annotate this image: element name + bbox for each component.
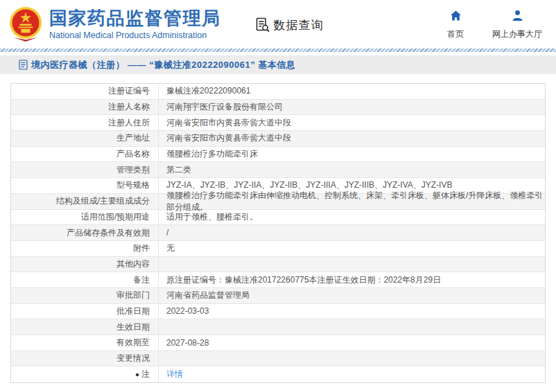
- table-row: 生产地址河南省安阳市内黄县帝喾大道中段: [11, 131, 545, 147]
- row-label: 变更情况: [11, 351, 159, 366]
- row-value: 第二类: [159, 162, 545, 177]
- row-label: ●注: [11, 366, 159, 382]
- header-nav: 首页 网上办事大厅: [440, 10, 542, 40]
- row-value: [159, 319, 545, 335]
- row-label: 其他内容: [11, 257, 159, 272]
- row-value: 原注册证编号：豫械注准20172260775本注册证生效日期：2022年8月29…: [159, 272, 545, 287]
- row-label: 产品储存条件及有效期: [11, 225, 159, 240]
- data-query-label: 数据查询: [274, 17, 324, 33]
- header-divider: [0, 48, 556, 52]
- row-label: 适用范围/预期用途: [11, 210, 159, 225]
- nav-label-online-hall: 网上办事大厅: [492, 28, 542, 40]
- row-label: 审批部门: [11, 288, 159, 303]
- table-row: 有效期至2027-08-28: [11, 335, 545, 351]
- nav-item-home[interactable]: 首页: [440, 10, 471, 40]
- national-emblem-icon: [8, 6, 43, 42]
- table-row: 适用范围/预期用途适用于颈椎、腰椎牵引。: [11, 210, 545, 226]
- org-names: 国家药品监督管理局 National Medical Products Admi…: [49, 8, 221, 40]
- row-value: 颈腰椎治疗多功能牵引床: [159, 147, 545, 162]
- table-row: 备注原注册证编号：豫械注准20172260775本注册证生效日期：2022年8月…: [11, 272, 545, 288]
- document-icon: [19, 60, 28, 70]
- row-value: 河南省药品监督管理局: [159, 288, 545, 303]
- table-row: 注册人名称河南翔宇医疗设备股份有限公司: [11, 100, 545, 116]
- row-value: 2027-08-28: [159, 335, 545, 350]
- table-row: 变更情况: [11, 351, 545, 367]
- row-value: 河南翔宇医疗设备股份有限公司: [159, 100, 545, 115]
- table-row: 管理类别第二类: [11, 162, 545, 178]
- row-label: 结构及组成/主要组成成分: [11, 194, 159, 209]
- row-value: [159, 257, 545, 272]
- nmpa-logo[interactable]: 国家药品监督管理局 National Medical Products Admi…: [8, 6, 221, 42]
- row-value: 河南省安阳市内黄县帝喾大道中段: [159, 115, 545, 130]
- note-icon: ●: [135, 371, 139, 378]
- table-row: 产品名称颈腰椎治疗多功能牵引床: [11, 147, 545, 163]
- nav-label-home: 首页: [447, 28, 464, 40]
- row-label: 生产地址: [11, 131, 159, 146]
- detail-link[interactable]: 详情: [166, 368, 183, 380]
- home-icon: [450, 10, 462, 24]
- table-row: 注册人住所河南省安阳市内黄县帝喾大道中段: [11, 115, 545, 131]
- row-label: 注册人住所: [11, 115, 159, 130]
- row-label: 产品名称: [11, 147, 159, 162]
- user-icon: [512, 10, 523, 24]
- page-header: 国家药品监督管理局 National Medical Products Admi…: [0, 0, 556, 48]
- table-row: 审批部门河南省药品监督管理局: [11, 288, 545, 304]
- row-value: /: [159, 225, 545, 240]
- table-row: 其他内容: [11, 257, 545, 273]
- row-label: 注册证编号: [11, 84, 159, 99]
- row-label: 型号规格: [11, 178, 159, 193]
- row-value: 颈腰椎治疗多功能牵引床由伸缩推动电机、控制系统、床架、牵引床板、躯体床板/升降床…: [159, 194, 545, 209]
- info-table: 注册证编号豫械注准20222090061注册人名称河南翔宇医疗设备股份有限公司注…: [10, 83, 546, 383]
- row-label: 批准日期: [11, 304, 159, 319]
- row-label: 管理类别: [11, 162, 159, 177]
- document-search-icon: [254, 17, 271, 33]
- row-label: 附件: [11, 241, 159, 256]
- title-bar: 境内医疗器械（注册） —— “豫械注准20222090061” 基本信息: [0, 55, 556, 74]
- table-row: 注册证编号豫械注准20222090061: [11, 84, 545, 100]
- org-name-en: National Medical Products Administration: [49, 30, 221, 40]
- nav-item-online-hall[interactable]: 网上办事大厅: [492, 10, 542, 40]
- page-title: 境内医疗器械（注册） —— “豫械注准20222090061” 基本信息: [31, 59, 295, 71]
- row-value: [159, 351, 545, 366]
- data-query-section[interactable]: 数据查询: [254, 17, 324, 33]
- row-value: 河南省安阳市内黄县帝喾大道中段: [159, 131, 545, 146]
- row-label: 有效期至: [11, 335, 159, 350]
- row-value: 适用于颈椎、腰椎牵引。: [159, 210, 545, 225]
- org-name-cn: 国家药品监督管理局: [49, 8, 221, 28]
- row-label: 备注: [11, 272, 159, 287]
- table-row: 结构及组成/主要组成成分颈腰椎治疗多功能牵引床由伸缩推动电机、控制系统、床架、牵…: [11, 194, 545, 210]
- row-label: 注册人名称: [11, 100, 159, 115]
- row-label: 生效日期: [11, 319, 159, 335]
- row-value: 无: [159, 241, 545, 256]
- table-row: ●注详情: [11, 366, 545, 382]
- table-row: 生效日期: [11, 319, 545, 335]
- table-row: 产品储存条件及有效期/: [11, 225, 545, 241]
- row-value: 豫械注准20222090061: [159, 84, 545, 99]
- table-row: 附件无: [11, 241, 545, 257]
- row-value: 2022-03-03: [159, 304, 545, 319]
- table-row: 批准日期2022-03-03: [11, 304, 545, 320]
- row-value: 详情: [159, 366, 545, 382]
